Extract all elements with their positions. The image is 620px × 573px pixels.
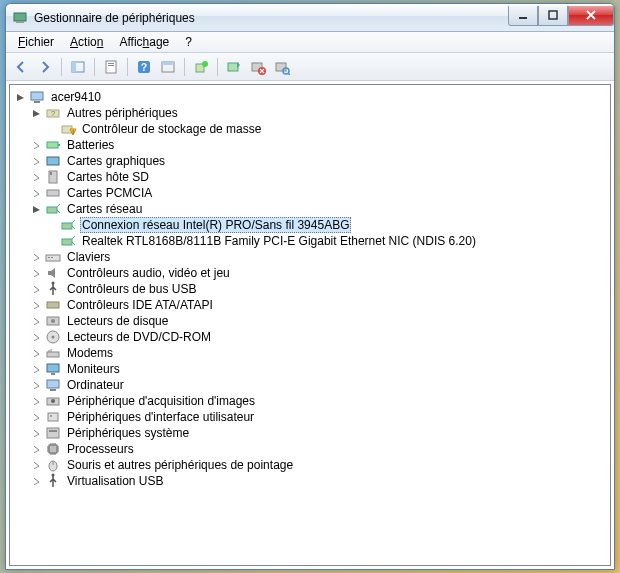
menu-help[interactable]: ? (177, 33, 200, 51)
expander-closed-icon[interactable] (30, 443, 43, 456)
expander-closed-icon[interactable] (30, 315, 43, 328)
tree-category[interactable]: Contrôleurs de bus USB (10, 281, 610, 297)
expander-closed-icon[interactable] (30, 155, 43, 168)
computer-icon (45, 377, 61, 393)
svg-rect-34 (62, 239, 72, 245)
titlebar[interactable]: Gestionnaire de périphériques (6, 4, 614, 32)
properties-button[interactable] (100, 56, 122, 78)
svg-point-52 (50, 415, 52, 417)
expander-closed-icon[interactable] (30, 379, 43, 392)
device-manager-window: Gestionnaire de périphériques Fichier Ac… (5, 3, 615, 570)
tree-root[interactable]: acer9410 (10, 89, 610, 105)
tree-category[interactable]: Périphériques d'interface utilisateur (10, 409, 610, 425)
node-label: Cartes hôte SD (65, 170, 151, 184)
svg-rect-5 (72, 62, 76, 72)
back-button[interactable] (10, 56, 32, 78)
svg-point-50 (51, 399, 55, 403)
node-label: Périphériques système (65, 426, 191, 440)
svg-rect-36 (48, 257, 50, 258)
expander-closed-icon[interactable] (30, 267, 43, 280)
enable-device-button[interactable] (223, 56, 245, 78)
menu-view[interactable]: Affichage (111, 33, 177, 51)
expander-closed-icon[interactable] (30, 283, 43, 296)
expander-closed-icon[interactable] (30, 187, 43, 200)
expander-closed-icon[interactable] (30, 331, 43, 344)
svg-rect-26 (47, 142, 58, 148)
tree-category[interactable]: Contrôleurs IDE ATA/ATAPI (10, 297, 610, 313)
tree-category[interactable]: Virtualisation USB (10, 473, 610, 489)
tree-device-selected[interactable]: Connexion réseau Intel(R) PRO/Sans fil 3… (10, 217, 610, 233)
tree-category[interactable]: Contrôleurs audio, vidéo et jeu (10, 265, 610, 281)
expander-closed-icon[interactable] (30, 299, 43, 312)
unknown-device-icon: ? (45, 105, 61, 121)
menu-action[interactable]: Action (62, 33, 111, 51)
expander-closed-icon[interactable] (30, 427, 43, 440)
tree-category[interactable]: Souris et autres périphériques de pointa… (10, 457, 610, 473)
node-label: Périphérique d'acquisition d'images (65, 394, 257, 408)
tree-category[interactable]: Ordinateur (10, 377, 610, 393)
menubar: Fichier Action Affichage ? (6, 32, 614, 53)
tree-category[interactable]: Cartes réseau (10, 201, 610, 217)
monitor-icon (45, 361, 61, 377)
close-button[interactable] (568, 6, 614, 26)
tree-category[interactable]: Cartes graphiques (10, 153, 610, 169)
node-label: Contrôleurs audio, vidéo et jeu (65, 266, 232, 280)
tree-category[interactable]: Périphériques système (10, 425, 610, 441)
expander-closed-icon[interactable] (30, 139, 43, 152)
expander-closed-icon[interactable] (30, 363, 43, 376)
svg-rect-55 (49, 445, 57, 453)
minimize-button[interactable] (508, 6, 538, 26)
svg-rect-2 (519, 17, 527, 19)
expander-closed-icon[interactable] (30, 395, 43, 408)
uninstall-device-button[interactable] (247, 56, 269, 78)
expander-closed-icon[interactable] (30, 459, 43, 472)
update-driver-button[interactable] (190, 56, 212, 78)
tree-content[interactable]: acer9410 ? Autres périphériques ! Contrô… (9, 84, 611, 566)
help-button[interactable]: ? (133, 56, 155, 78)
window-title: Gestionnaire de périphériques (34, 11, 508, 25)
expander-open-icon[interactable] (30, 107, 43, 120)
svg-rect-15 (228, 63, 238, 71)
tree-category[interactable]: ? Autres périphériques (10, 105, 610, 121)
svg-rect-6 (106, 61, 116, 73)
toolbar-separator (184, 58, 185, 76)
svg-rect-47 (47, 380, 59, 388)
maximize-button[interactable] (538, 6, 568, 26)
forward-button[interactable] (34, 56, 56, 78)
svg-point-38 (52, 282, 55, 285)
tree-category[interactable]: Claviers (10, 249, 610, 265)
tree-category[interactable]: Lecteurs de DVD/CD-ROM (10, 329, 610, 345)
expander-closed-icon[interactable] (30, 171, 43, 184)
tree-category[interactable]: Périphérique d'acquisition d'images (10, 393, 610, 409)
tree-category[interactable]: Processeurs (10, 441, 610, 457)
expander-closed-icon[interactable] (30, 251, 43, 264)
window-controls (508, 6, 614, 26)
tree-category[interactable]: Batteries (10, 137, 610, 153)
svg-rect-12 (162, 62, 174, 65)
tree-category[interactable]: Cartes PCMCIA (10, 185, 610, 201)
svg-rect-46 (51, 373, 55, 375)
tree-category[interactable]: Moniteurs (10, 361, 610, 377)
network-adapter-icon (45, 201, 61, 217)
tree-device[interactable]: Realtek RTL8168B/8111B Family PCI-E Giga… (10, 233, 610, 249)
sound-icon (45, 265, 61, 281)
expander-closed-icon[interactable] (30, 475, 43, 488)
tree-category[interactable]: Lecteurs de disque (10, 313, 610, 329)
tree-category[interactable]: Modems (10, 345, 610, 361)
show-pane-button[interactable] (67, 56, 89, 78)
tree-device[interactable]: ! Contrôleur de stockage de masse (10, 121, 610, 137)
toolbar-separator (94, 58, 95, 76)
expander-open-icon[interactable] (14, 91, 27, 104)
svg-rect-27 (58, 144, 60, 146)
expander-closed-icon[interactable] (30, 411, 43, 424)
expander-closed-icon[interactable] (30, 347, 43, 360)
view-mode-button[interactable] (157, 56, 179, 78)
toolbar-separator (127, 58, 128, 76)
system-device-icon (45, 425, 61, 441)
menu-file[interactable]: Fichier (10, 33, 62, 51)
tree-category[interactable]: Cartes hôte SD (10, 169, 610, 185)
scan-hardware-button[interactable] (271, 56, 293, 78)
usb-icon (45, 281, 61, 297)
expander-open-icon[interactable] (30, 203, 43, 216)
warning-device-icon: ! (60, 121, 76, 137)
